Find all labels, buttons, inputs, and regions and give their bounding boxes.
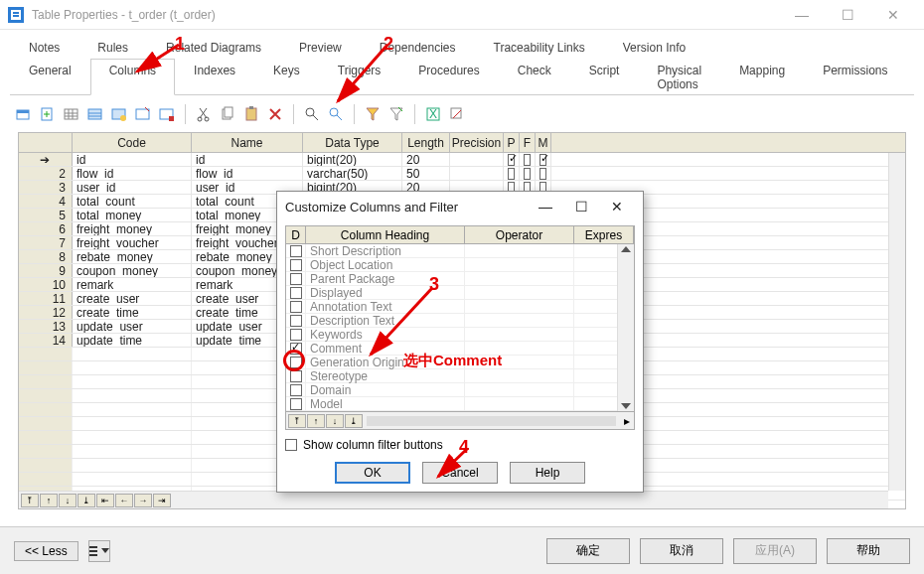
cell-code[interactable]: id: [73, 153, 192, 166]
cell-code[interactable]: total_money: [73, 209, 192, 221]
insert-row-icon[interactable]: [14, 104, 34, 124]
cell-p[interactable]: [504, 167, 520, 180]
cell-precision[interactable]: [450, 167, 504, 180]
move-bottom-icon[interactable]: ⤓: [77, 494, 95, 507]
show-filter-checkbox[interactable]: [285, 439, 297, 451]
tab-notes[interactable]: Notes: [10, 36, 78, 59]
move-next-icon[interactable]: →: [134, 494, 152, 507]
cell-name[interactable]: flow_id: [192, 167, 303, 180]
cell-code[interactable]: create_time: [73, 306, 192, 319]
dialog-row[interactable]: Short Description: [286, 244, 634, 258]
cell-code[interactable]: freight_voucher: [73, 236, 192, 249]
tab-columns[interactable]: Columns: [90, 59, 175, 95]
cell-code[interactable]: create_user: [73, 292, 192, 305]
d-move-top-icon[interactable]: ⤒: [288, 414, 306, 428]
d-move-bottom-icon[interactable]: ⤓: [345, 414, 363, 428]
tab-traceability-links[interactable]: Traceability Links: [475, 36, 604, 59]
cell-length[interactable]: 50: [402, 167, 450, 180]
tab-triggers[interactable]: Triggers: [319, 59, 400, 95]
dialog-row[interactable]: Domain: [286, 383, 634, 397]
help-button[interactable]: 帮助: [827, 538, 910, 564]
copy-icon[interactable]: [218, 104, 237, 124]
dialog-row-check[interactable]: [286, 369, 306, 382]
grid5-icon[interactable]: [157, 104, 177, 124]
dialog-row[interactable]: Comment: [286, 342, 634, 356]
less-button[interactable]: << Less: [14, 541, 78, 561]
filter-clear-icon[interactable]: [386, 104, 406, 124]
cell-length[interactable]: 20: [402, 153, 450, 166]
cell-code[interactable]: total_count: [73, 195, 192, 208]
excel-icon[interactable]: X: [423, 104, 443, 124]
cell-code[interactable]: remark: [73, 278, 192, 291]
tab-procedures[interactable]: Procedures: [399, 59, 498, 95]
dialog-hscrollbar[interactable]: [367, 416, 616, 426]
move-prev-icon[interactable]: ←: [115, 494, 133, 507]
cell-code[interactable]: rebate_money: [73, 250, 192, 263]
find2-icon[interactable]: [326, 104, 346, 124]
dialog-row-check[interactable]: [286, 258, 306, 271]
col-code[interactable]: Code: [73, 133, 192, 152]
col-length[interactable]: Length: [402, 133, 450, 152]
move-last-icon[interactable]: ⇥: [153, 494, 171, 507]
cell-datatype[interactable]: bigint(20): [303, 153, 402, 166]
dcol-heading[interactable]: Column Heading: [306, 226, 465, 243]
d-move-down-icon[interactable]: ↓: [326, 414, 344, 428]
grid-icon[interactable]: [62, 104, 81, 124]
dcol-expres[interactable]: Expres: [574, 226, 634, 243]
col-name[interactable]: Name: [192, 133, 303, 152]
cell-code[interactable]: freight_money: [73, 222, 192, 235]
close-button[interactable]: ✕: [870, 0, 916, 30]
col-datatype[interactable]: Data Type: [303, 133, 402, 152]
tab-check[interactable]: Check: [499, 59, 570, 95]
dialog-row-check[interactable]: [286, 314, 306, 327]
dialog-maximize-button[interactable]: ☐: [563, 193, 599, 220]
dialog-ok-button[interactable]: OK: [335, 462, 410, 484]
tab-rules[interactable]: Rules: [78, 36, 147, 59]
dialog-cancel-button[interactable]: Cancel: [422, 462, 498, 484]
col-p[interactable]: P: [504, 133, 520, 152]
tab-script[interactable]: Script: [570, 59, 639, 95]
move-up-icon[interactable]: ↑: [40, 494, 58, 507]
tab-physical-options[interactable]: Physical Options: [638, 59, 720, 95]
tab-related-diagrams[interactable]: Related Diagrams: [147, 36, 280, 59]
tab-version-info[interactable]: Version Info: [604, 36, 704, 59]
cell-name[interactable]: id: [192, 153, 303, 166]
cell-m[interactable]: [536, 167, 551, 180]
paste-icon[interactable]: [241, 104, 261, 124]
cell-precision[interactable]: [450, 153, 504, 166]
move-top-icon[interactable]: ⤒: [21, 494, 39, 507]
tab-keys[interactable]: Keys: [254, 59, 319, 95]
tab-dependencies[interactable]: Dependencies: [361, 36, 475, 59]
dialog-row[interactable]: Annotation Text: [286, 300, 634, 314]
cell-p[interactable]: [504, 153, 520, 166]
menu-icon[interactable]: [88, 540, 110, 562]
cell-code[interactable]: update_time: [73, 334, 192, 347]
grid3-icon[interactable]: [109, 104, 129, 124]
dialog-row[interactable]: Keywords: [286, 328, 634, 342]
delete-icon[interactable]: [265, 104, 285, 124]
cell-f[interactable]: [520, 167, 536, 180]
apply-button[interactable]: 应用(A): [733, 538, 817, 564]
move-first-icon[interactable]: ⇤: [96, 494, 114, 507]
table-row[interactable]: ➔ididbigint(20)20: [19, 153, 905, 167]
d-move-up-icon[interactable]: ↑: [307, 414, 325, 428]
grid-vscrollbar[interactable]: [888, 153, 905, 491]
dialog-row[interactable]: Model: [286, 397, 634, 411]
dialog-row[interactable]: Description Text: [286, 314, 634, 328]
dialog-row-check[interactable]: [286, 300, 306, 313]
cut-icon[interactable]: [194, 104, 214, 124]
cell-code[interactable]: user_id: [73, 181, 192, 194]
grid4-icon[interactable]: [133, 104, 153, 124]
maximize-button[interactable]: ☐: [825, 0, 870, 30]
dialog-row-check[interactable]: [286, 244, 306, 257]
dcol-d[interactable]: D: [286, 226, 306, 243]
dialog-row[interactable]: Generation Origin: [286, 356, 634, 369]
dialog-row-check[interactable]: [286, 356, 306, 368]
dialog-row-check[interactable]: [286, 383, 306, 396]
dialog-row[interactable]: Object Location: [286, 258, 634, 272]
cell-code[interactable]: coupon_money: [73, 264, 192, 277]
cell-datatype[interactable]: varchar(50): [303, 167, 402, 180]
dialog-close-button[interactable]: ✕: [599, 193, 635, 220]
cell-code[interactable]: flow_id: [73, 167, 192, 180]
col-precision[interactable]: Precision: [450, 133, 504, 152]
